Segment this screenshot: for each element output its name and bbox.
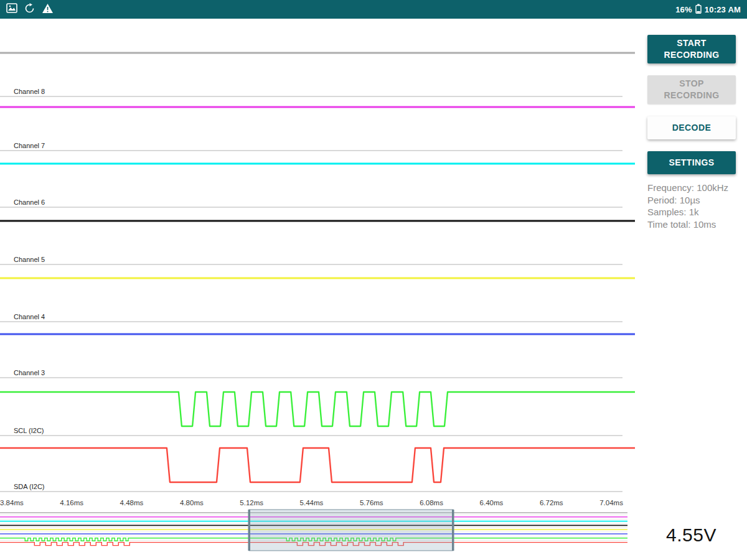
battery-icon: [695, 4, 702, 16]
time-tick-label: 4.80ms: [180, 499, 204, 506]
minimap-selection-right-handle[interactable]: [452, 510, 454, 551]
app-root: Channel 8Channel 7Channel 6Channel 5Chan…: [0, 0, 747, 560]
channel-label: Channel 3: [14, 369, 45, 376]
channel-trace: [0, 392, 635, 426]
info-period: Period: 10µs: [647, 194, 728, 207]
status-time: 10:23 AM: [705, 5, 741, 14]
info-time-total: Time total: 10ms: [647, 218, 728, 231]
stop-recording-button[interactable]: STOP RECORDING: [647, 75, 736, 104]
channel-label: SCL (I2C): [14, 427, 44, 434]
image-icon: [6, 3, 17, 16]
channel-label: Channel 5: [14, 256, 45, 263]
voltage-readout: 4.55V: [666, 525, 716, 546]
time-tick-label: 7.04ms: [599, 499, 623, 506]
info-samples: Samples: 1k: [647, 206, 728, 218]
settings-button[interactable]: SETTINGS: [647, 151, 736, 174]
decode-button[interactable]: DECODE: [647, 116, 736, 139]
time-tick-label: 6.72ms: [540, 499, 563, 506]
status-icons: [6, 3, 54, 16]
info-frequency: Frequency: 100kHz: [647, 182, 728, 194]
time-axis: 3.84ms4.16ms4.48ms4.80ms5.12ms5.44ms5.76…: [0, 499, 635, 508]
time-tick-label: 6.40ms: [480, 499, 504, 506]
channel-label: Channel 4: [14, 313, 45, 320]
time-tick-label: 5.76ms: [360, 499, 383, 506]
time-tick-label: 5.44ms: [300, 499, 324, 506]
time-tick-label: 6.08ms: [420, 499, 443, 506]
start-recording-button[interactable]: START RECORDING: [647, 35, 736, 63]
battery-percent: 16%: [675, 5, 692, 14]
time-tick-label: 4.48ms: [120, 499, 144, 506]
channel-trace: [0, 448, 635, 482]
sync-icon: [24, 3, 35, 16]
minimap-selection-left-handle[interactable]: [248, 510, 251, 551]
waveform-plot[interactable]: [0, 0, 635, 560]
time-tick-label: 5.12ms: [240, 499, 263, 506]
channel-label: SDA (I2C): [14, 483, 45, 490]
channel-label: Channel 8: [14, 88, 45, 95]
capture-info: Frequency: 100kHz Period: 10µs Samples: …: [647, 182, 728, 230]
time-tick-label: 4.16ms: [60, 499, 83, 506]
channel-label: Channel 7: [14, 142, 45, 149]
time-tick-label: 3.84ms: [0, 499, 24, 506]
warning-icon: [42, 3, 54, 16]
status-bar: 16% 10:23 AM: [0, 0, 747, 19]
minimap-selection[interactable]: [249, 510, 453, 551]
channel-label: Channel 6: [14, 198, 45, 206]
